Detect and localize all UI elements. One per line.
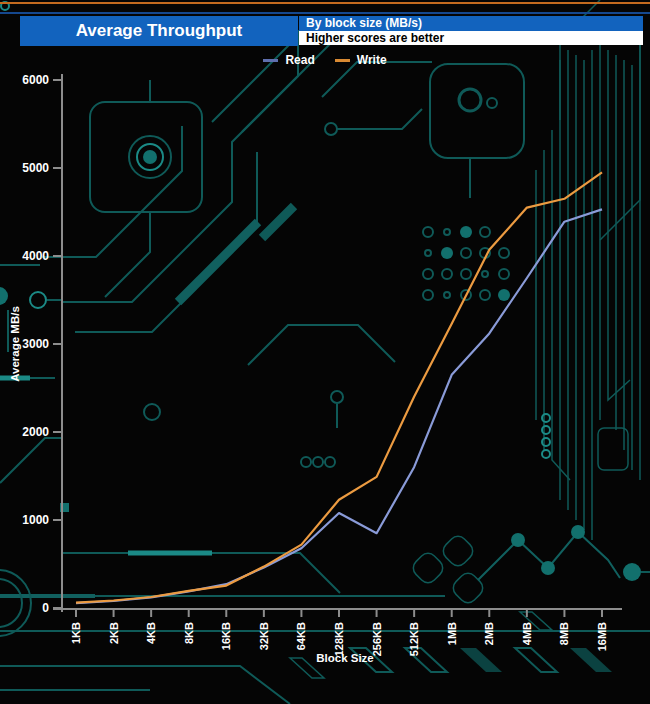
x-tick-label: 4MB [521, 622, 533, 645]
write-series-line [76, 172, 602, 602]
x-tick-label: 2MB [483, 622, 495, 645]
screenshot-root: Average Throughput By block size (MB/s) … [0, 0, 650, 704]
x-tick-label: 2KB [108, 622, 120, 644]
throughput-line-chart: 01000200030004000500060001KB2KB4KB8KB16K… [0, 0, 650, 704]
x-axis-title: Block Size [316, 652, 374, 664]
read-series-line [76, 209, 602, 603]
y-tick-label: 2000 [22, 425, 49, 439]
x-tick-label: 1MB [446, 622, 458, 645]
x-tick-label: 16MB [596, 622, 608, 651]
y-tick-label: 5000 [22, 161, 49, 175]
x-tick-label: 8MB [558, 622, 570, 645]
y-tick-label: 3000 [22, 337, 49, 351]
y-tick-label: 6000 [22, 73, 49, 87]
x-tick-label: 64KB [295, 622, 307, 650]
y-tick-label: 4000 [22, 249, 49, 263]
x-tick-label: 512KB [408, 622, 420, 656]
x-tick-label: 32KB [258, 622, 270, 650]
x-tick-label: 4KB [145, 622, 157, 644]
y-tick-label: 1000 [22, 513, 49, 527]
x-tick-label: 16KB [220, 622, 232, 650]
x-tick-label: 8KB [183, 622, 195, 644]
y-tick-label: 0 [42, 601, 49, 615]
x-tick-label: 1KB [70, 622, 82, 644]
y-axis-title: Average MB/s [9, 306, 21, 382]
